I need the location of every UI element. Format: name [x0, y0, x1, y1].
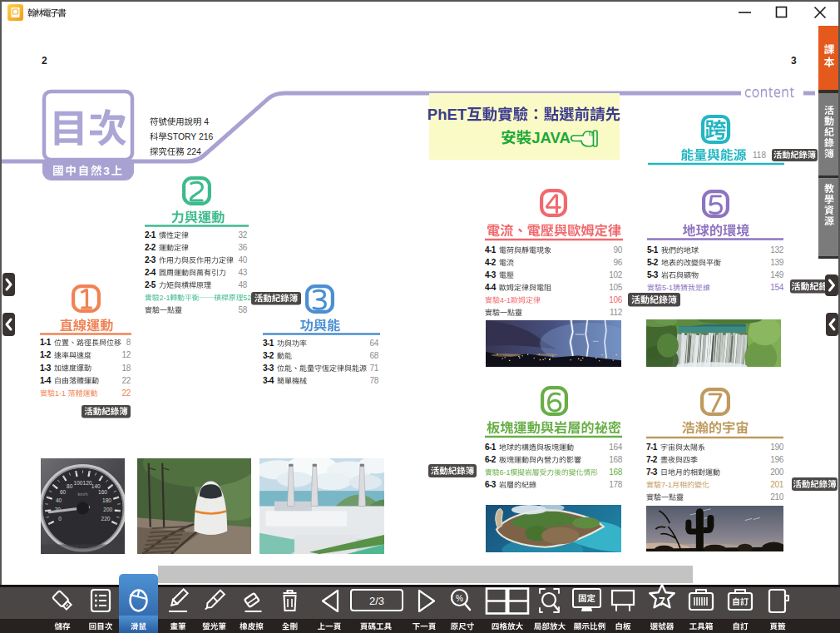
- svg-text:40: 40: [238, 255, 247, 265]
- svg-text:201: 201: [770, 480, 784, 489]
- svg-text:40: 40: [56, 497, 62, 503]
- svg-text:1-1: 1-1: [40, 338, 52, 347]
- svg-text:2: 2: [42, 55, 47, 67]
- svg-text:4-4: 4-4: [485, 283, 497, 292]
- svg-text:22: 22: [121, 388, 131, 398]
- svg-text:1-2: 1-2: [40, 350, 52, 359]
- svg-text:132: 132: [770, 245, 784, 255]
- svg-text:96: 96: [613, 258, 622, 267]
- svg-text:5-1: 5-1: [647, 245, 659, 255]
- svg-text:196: 196: [770, 455, 784, 464]
- svg-text:36: 36: [238, 243, 247, 252]
- svg-text:105: 105: [609, 283, 623, 292]
- svg-text:22: 22: [121, 376, 131, 385]
- svg-text:200: 200: [103, 507, 112, 512]
- svg-text:71: 71: [369, 363, 378, 373]
- svg-text:149: 149: [770, 270, 784, 279]
- svg-text:PhET: PhET: [427, 106, 467, 123]
- svg-text:7-2: 7-2: [646, 455, 658, 464]
- svg-text:210: 210: [770, 492, 784, 502]
- svg-text:3-2: 3-2: [263, 351, 274, 360]
- svg-text:58: 58: [238, 305, 247, 314]
- svg-text:100: 100: [74, 480, 83, 486]
- svg-text:60: 60: [60, 489, 67, 495]
- svg-text:3-1: 3-1: [263, 339, 274, 348]
- svg-text:1-4: 1-4: [40, 376, 52, 385]
- svg-text:2-2: 2-2: [145, 243, 156, 252]
- svg-text:2-1: 2-1: [145, 230, 156, 240]
- svg-text:78: 78: [369, 376, 378, 385]
- svg-text:112: 112: [610, 308, 623, 317]
- svg-text:190: 190: [770, 443, 784, 452]
- svg-text:7-3: 7-3: [646, 467, 658, 477]
- svg-text:43: 43: [238, 268, 247, 277]
- svg-text:224: 224: [186, 147, 201, 156]
- svg-text:3-4: 3-4: [263, 376, 274, 385]
- svg-text:4: 4: [204, 117, 209, 126]
- svg-text:4-1: 4-1: [500, 296, 511, 304]
- svg-text:2-5: 2-5: [145, 280, 156, 289]
- svg-text:80: 80: [67, 483, 73, 489]
- svg-text:5-2: 5-2: [647, 258, 659, 267]
- svg-text:1-3: 1-3: [40, 363, 52, 373]
- svg-text:160: 160: [98, 489, 107, 495]
- svg-text:168: 168: [609, 455, 623, 464]
- svg-text:2-1: 2-1: [160, 294, 170, 302]
- svg-text:4-2: 4-2: [485, 258, 497, 267]
- svg-text:48: 48: [238, 280, 247, 289]
- svg-text:8: 8: [126, 338, 131, 347]
- svg-text:164: 164: [609, 443, 623, 452]
- svg-text:%: %: [456, 594, 463, 603]
- svg-text:32: 32: [238, 230, 247, 240]
- svg-text:90: 90: [613, 245, 622, 255]
- svg-text:6-1: 6-1: [485, 443, 497, 452]
- svg-text:106: 106: [609, 295, 623, 304]
- svg-text:6-2: 6-2: [485, 455, 497, 464]
- svg-text:168: 168: [609, 467, 623, 477]
- svg-text:1-1: 1-1: [55, 389, 66, 398]
- svg-text:220: 220: [101, 516, 111, 522]
- svg-text:6-3: 6-3: [485, 480, 497, 489]
- svg-text:3: 3: [791, 55, 797, 67]
- svg-text:STORY 216: STORY 216: [167, 132, 214, 141]
- svg-text:4-3: 4-3: [485, 270, 497, 279]
- svg-text:12: 12: [121, 350, 131, 359]
- svg-text:2/3: 2/3: [369, 595, 384, 607]
- svg-text:7: 7: [659, 595, 665, 608]
- svg-text:6-1: 6-1: [500, 468, 511, 477]
- svg-text:km/h: km/h: [78, 492, 88, 497]
- svg-text:3: 3: [103, 165, 111, 177]
- svg-text:3-3: 3-3: [263, 363, 274, 373]
- svg-text:4-1: 4-1: [485, 245, 497, 255]
- svg-text:178: 178: [609, 480, 623, 489]
- svg-text:118: 118: [753, 151, 766, 160]
- svg-text:5-1: 5-1: [662, 284, 673, 292]
- svg-text:139: 139: [770, 258, 784, 267]
- svg-text:140: 140: [91, 483, 101, 489]
- svg-text:7-1: 7-1: [661, 481, 672, 489]
- svg-text:154: 154: [770, 283, 784, 292]
- svg-text:2-4: 2-4: [145, 268, 156, 277]
- svg-text:2-3: 2-3: [145, 255, 156, 265]
- svg-text:JAVA: JAVA: [531, 129, 571, 146]
- svg-text:0: 0: [58, 516, 62, 522]
- svg-text:52: 52: [243, 294, 251, 302]
- svg-text:68: 68: [369, 351, 378, 360]
- svg-text:5-3: 5-3: [647, 270, 659, 279]
- svg-text:64: 64: [369, 339, 378, 348]
- svg-text:180: 180: [102, 497, 111, 503]
- svg-text:200: 200: [770, 467, 784, 477]
- svg-text:18: 18: [121, 363, 131, 373]
- svg-text:7-1: 7-1: [646, 443, 658, 452]
- svg-text:102: 102: [609, 270, 623, 279]
